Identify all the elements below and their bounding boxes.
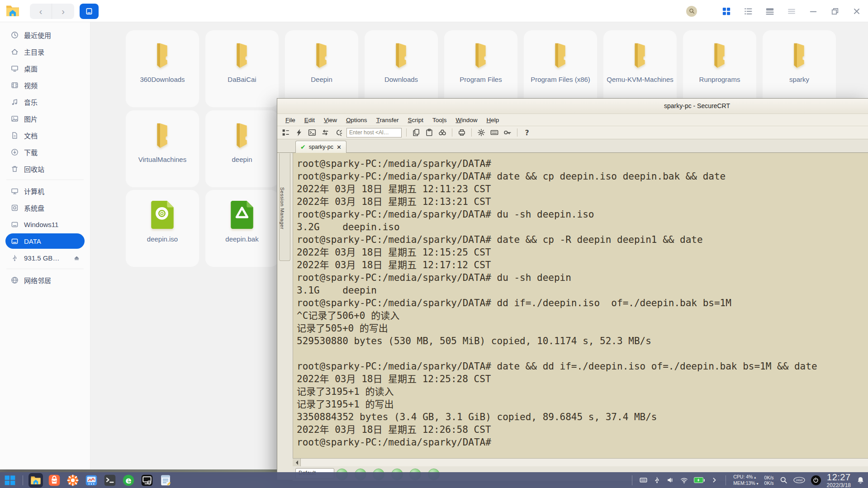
tray-expand-chevron-icon[interactable] (711, 476, 718, 484)
sidebar-item-windows11[interactable]: Windows11 (5, 217, 85, 232)
folder-360Downloads[interactable]: 360Downloads (126, 30, 199, 107)
minimize-icon[interactable] (808, 6, 818, 16)
grid-view-icon[interactable] (721, 6, 731, 16)
folder-Downloads[interactable]: Downloads (365, 30, 438, 107)
file-deepin.iso[interactable]: deepin.iso (126, 190, 199, 267)
scroll-left-icon[interactable] (293, 459, 301, 466)
key-icon[interactable] (503, 128, 512, 137)
menu-options[interactable]: Options (342, 115, 372, 125)
usb-tray-icon[interactable] (653, 476, 661, 484)
folder-deepin[interactable]: deepin (205, 110, 279, 187)
folder-icon (126, 39, 199, 70)
keyboard-layout-icon[interactable] (640, 476, 647, 484)
menu-icon[interactable] (787, 6, 797, 16)
session-tabbar: ✔ sparky-pc ✕ (277, 139, 868, 153)
taskbar-search-icon[interactable] (780, 476, 787, 484)
menu-help[interactable]: Help (482, 115, 504, 125)
taskbar-launcher-icon[interactable] (3, 473, 17, 488)
shutdown-icon[interactable] (811, 475, 821, 485)
session-manager-icon[interactable] (281, 128, 291, 137)
help-icon[interactable] (522, 128, 532, 137)
disk-icon (85, 7, 93, 15)
volume-icon[interactable] (667, 476, 674, 484)
horizontal-scrollbar[interactable] (293, 458, 868, 466)
terminal-icon[interactable] (307, 128, 317, 137)
folder-Deepin[interactable]: Deepin (285, 30, 358, 107)
taskbar-system-monitor-icon[interactable] (84, 473, 99, 488)
notification-bell-icon[interactable] (857, 476, 864, 484)
session-tab[interactable]: ✔ sparky-pc ✕ (295, 141, 346, 153)
current-location-button[interactable] (80, 4, 99, 19)
folder-Qemu-KVM-Machines[interactable]: Qemu-KVM-Machines (603, 30, 677, 107)
copy-icon[interactable] (411, 128, 421, 137)
sidebar-item-system-disk[interactable]: 系统盘 (5, 200, 85, 215)
sidebar-item-home-dir[interactable]: 主目录 (5, 44, 85, 59)
sidebar-item-trash[interactable]: 回收站 (5, 161, 85, 176)
sidebar-item-label: 回收站 (24, 164, 44, 174)
sidebar-item-recent[interactable]: 最近使用 (5, 27, 85, 43)
back-button[interactable]: ‹ (30, 4, 52, 19)
keyboard-icon[interactable] (489, 128, 499, 137)
menu-view[interactable]: View (319, 115, 342, 125)
detail-view-icon[interactable] (765, 6, 775, 16)
sidebar-item-label: 931.5 GB… (24, 254, 59, 262)
menu-edit[interactable]: Edit (300, 115, 319, 125)
find-icon[interactable] (437, 128, 447, 137)
wifi-icon[interactable] (680, 476, 688, 484)
folder-sparky[interactable]: sparky (763, 30, 836, 107)
terminal-output[interactable]: root@sparky-PC:/media/sparky/DATA#root@s… (293, 153, 868, 458)
taskbar-control-center-icon[interactable] (66, 473, 80, 488)
reconnect-icon[interactable] (320, 128, 330, 137)
eject-icon[interactable] (73, 255, 80, 261)
folder-Program-Files-x86-[interactable]: Program Files (x86) (524, 30, 597, 107)
sidebar-item-pictures[interactable]: 图片 (5, 111, 85, 126)
forward-button[interactable]: › (52, 4, 74, 19)
sidebar-item-network[interactable]: 网络邻居 (5, 272, 85, 288)
host-input[interactable] (346, 128, 402, 137)
battery-icon[interactable] (694, 477, 705, 483)
menu-tools[interactable]: Tools (428, 115, 451, 125)
taskbar-text-editor-icon[interactable] (158, 473, 173, 488)
sidebar-item-desktop[interactable]: 桌面 (5, 61, 85, 76)
close-icon[interactable] (852, 6, 862, 16)
list-view-icon[interactable] (743, 6, 753, 16)
sidebar-item-usb-drive[interactable]: 931.5 GB… (5, 250, 85, 265)
quick-connect-icon[interactable] (294, 128, 304, 137)
taskbar-terminal-icon[interactable] (103, 473, 117, 488)
menu-script[interactable]: Script (403, 115, 428, 125)
terminal-line: 记录了505+0 的写出 (297, 322, 867, 335)
folder-VirtualMachines[interactable]: VirtualMachines (126, 110, 199, 187)
print-icon[interactable] (457, 128, 467, 137)
sidebar-item-computer[interactable]: 计算机 (5, 183, 85, 199)
sidebar-item-downloads[interactable]: 下载 (5, 144, 85, 160)
folder-icon (444, 39, 517, 70)
sidebar-item-documents[interactable]: 文档 (5, 128, 85, 143)
clock[interactable]: 12:27 2022/3/18 (827, 473, 851, 488)
file-deepin.bak[interactable]: deepin.bak (205, 190, 279, 267)
search-icon[interactable] (686, 6, 697, 17)
disconnect-icon[interactable] (333, 128, 343, 137)
menu-file[interactable]: File (281, 115, 300, 125)
taskbar-app-store-icon[interactable] (47, 473, 62, 488)
sidebar-item-data[interactable]: DATA (5, 233, 85, 249)
securecrt-titlebar[interactable]: sparky-pc - SecureCRT (277, 99, 868, 114)
system-stats[interactable]: CPU: 4% ▴ MEM:13% ▾ (733, 474, 758, 487)
folder-Runprograms[interactable]: Runprograms (683, 30, 756, 107)
folder-DaBaiCai[interactable]: DaBaiCai (205, 30, 279, 107)
folder-Program-Files[interactable]: Program Files (444, 30, 517, 107)
sidebar-item-music[interactable]: 音乐 (5, 94, 85, 109)
taskbar-file-manager-icon[interactable] (28, 473, 43, 488)
toolbar-separator (452, 128, 452, 137)
tab-close-icon[interactable]: ✕ (337, 144, 342, 151)
taskbar-securecrt-icon[interactable] (140, 473, 154, 488)
session-manager-panel-tab[interactable]: Session Manager (279, 153, 290, 261)
paste-icon[interactable] (424, 128, 434, 137)
settings-icon[interactable] (476, 128, 486, 137)
taskbar-browser-icon[interactable] (121, 473, 136, 488)
sidebar-item-videos[interactable]: 视频 (5, 77, 85, 93)
network-speed[interactable]: 0K/s 0K/s (764, 475, 774, 486)
menu-transfer[interactable]: Transfer (372, 115, 403, 125)
menu-window[interactable]: Window (451, 115, 482, 125)
sidebar-item-label: 最近使用 (24, 30, 51, 40)
maximize-icon[interactable] (830, 6, 840, 16)
